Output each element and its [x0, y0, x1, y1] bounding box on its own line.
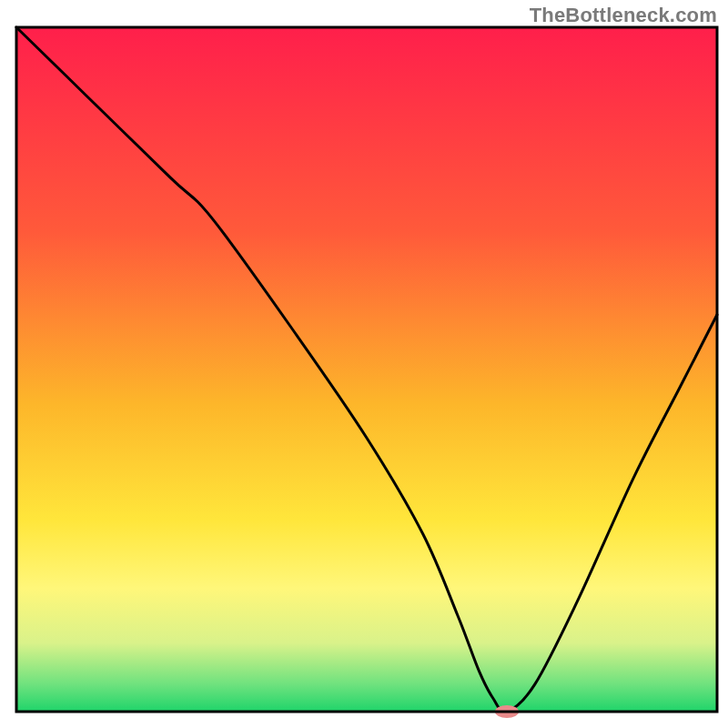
- plot-area: [16, 27, 717, 718]
- chart-container: TheBottleneck.com: [0, 0, 728, 728]
- watermark-text: TheBottleneck.com: [530, 4, 717, 27]
- bottleneck-chart: [0, 0, 728, 728]
